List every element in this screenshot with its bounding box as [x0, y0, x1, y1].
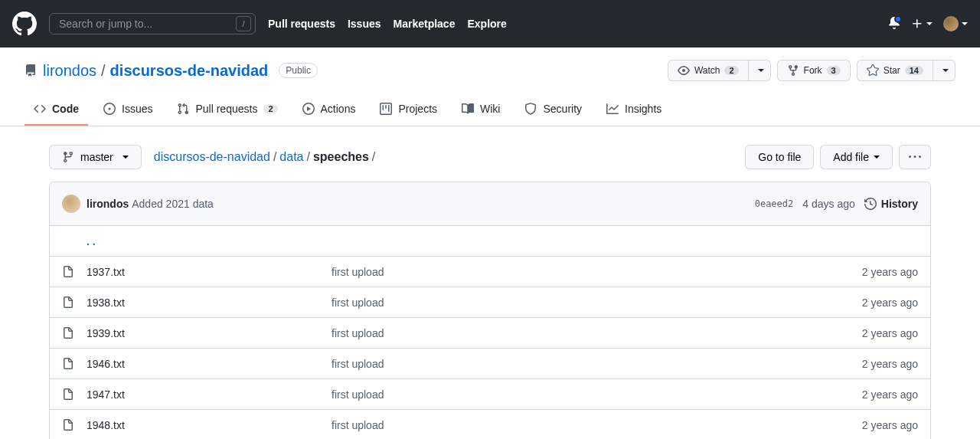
tab-issues[interactable]: Issues [94, 97, 162, 126]
pr-count: 2 [263, 104, 277, 113]
commit-time: 4 days ago [802, 198, 855, 210]
crumb-sep: / [306, 150, 309, 164]
file-name-link[interactable]: 1939.txt [87, 327, 125, 339]
file-commit-msg[interactable]: first upload [332, 296, 384, 309]
file-time: 2 years ago [811, 358, 918, 370]
file-name-link[interactable]: 1938.txt [87, 296, 125, 309]
issue-opened-icon [103, 103, 116, 115]
file-time: 2 years ago [811, 419, 918, 431]
star-icon [867, 64, 879, 77]
file-name-link[interactable]: 1946.txt [87, 358, 125, 370]
top-right [888, 16, 968, 31]
tab-wiki[interactable]: Wiki [452, 97, 509, 126]
repo-tabs: Code Issues Pull requests2 Actions Proje… [0, 97, 980, 126]
caret-down-icon [758, 69, 764, 72]
repo-owner-link[interactable]: lirondos [43, 62, 96, 80]
tab-insights-label: Insights [625, 103, 662, 115]
file-time: 2 years ago [811, 266, 918, 278]
crumb-sep: / [273, 150, 276, 164]
graph-icon [606, 103, 619, 115]
crumb-repo[interactable]: discursos-de-navidad [154, 150, 270, 164]
star-group: Star 14 [857, 60, 956, 81]
commit-author[interactable]: lirondos [87, 198, 129, 210]
nav-explore[interactable]: Explore [467, 18, 506, 30]
file-icon [62, 327, 74, 339]
file-commit-msg[interactable]: first upload [332, 327, 384, 339]
tab-security[interactable]: Security [515, 97, 591, 126]
table-icon [380, 103, 392, 115]
nav-pull-requests[interactable]: Pull requests [268, 18, 335, 30]
repo-actions: Watch 2 Fork 3 Star 14 [668, 60, 956, 81]
file-icon [62, 296, 74, 309]
tab-actions[interactable]: Actions [293, 97, 365, 126]
table-row: 1939.txt first upload 2 years ago [50, 318, 930, 349]
watch-count: 2 [724, 66, 738, 75]
file-nav: master discursos-de-navidad / data / spe… [49, 145, 931, 169]
star-button[interactable]: Star 14 [857, 60, 933, 81]
nav-issues[interactable]: Issues [348, 18, 381, 30]
watch-button[interactable]: Watch 2 [668, 60, 749, 81]
star-caret-button[interactable] [933, 60, 956, 81]
repo-separator: / [101, 62, 106, 80]
file-commit-msg[interactable]: first upload [332, 388, 384, 401]
commit-message[interactable]: Added 2021 data [132, 198, 214, 210]
table-row: 1937.txt first upload 2 years ago [50, 257, 930, 287]
star-count: 14 [905, 66, 923, 75]
notifications-button[interactable] [888, 17, 900, 31]
tab-projects[interactable]: Projects [371, 97, 446, 126]
table-row: 1946.txt first upload 2 years ago [50, 349, 930, 379]
tab-pull-requests[interactable]: Pull requests2 [168, 97, 286, 126]
commit-avatar[interactable] [62, 195, 80, 213]
tab-code[interactable]: Code [24, 97, 88, 126]
tab-pr-label: Pull requests [195, 103, 257, 115]
fork-button[interactable]: Fork 3 [777, 60, 851, 81]
history-link[interactable]: History [864, 198, 918, 210]
fork-label: Fork [804, 65, 822, 76]
file-time: 2 years ago [811, 296, 918, 309]
caret-down-icon [926, 22, 933, 25]
file-commit-msg[interactable]: first upload [332, 358, 384, 370]
more-options-button[interactable] [899, 145, 931, 169]
github-logo-icon[interactable] [12, 11, 37, 36]
crumb-data[interactable]: data [279, 150, 303, 164]
fork-count: 3 [827, 66, 841, 75]
branch-select-button[interactable]: master [49, 145, 142, 169]
parent-dir-link[interactable]: . . [87, 235, 96, 247]
file-commit-msg[interactable]: first upload [332, 266, 384, 278]
file-icon [62, 419, 74, 431]
commit-sha[interactable]: 0eaeed2 [755, 198, 794, 209]
visibility-badge: Public [279, 63, 318, 78]
watch-label: Watch [694, 65, 720, 76]
play-icon [302, 103, 315, 115]
file-name-link[interactable]: 1948.txt [87, 419, 125, 431]
caret-down-icon [874, 156, 880, 159]
crumb-current: speeches [313, 150, 369, 164]
tab-insights[interactable]: Insights [597, 97, 671, 126]
repo-name-link[interactable]: discursos-de-navidad [110, 62, 269, 79]
top-nav: Pull requests Issues Marketplace Explore [268, 18, 507, 30]
user-menu[interactable] [943, 16, 968, 31]
eye-icon [678, 64, 690, 77]
tab-security-label: Security [543, 103, 582, 115]
notification-dot [894, 15, 902, 23]
main: master discursos-de-navidad / data / spe… [24, 126, 956, 439]
file-icon [62, 358, 74, 370]
nav-marketplace[interactable]: Marketplace [394, 18, 456, 30]
table-row: 1947.txt first upload 2 years ago [50, 379, 930, 410]
history-icon [864, 198, 877, 210]
code-icon [34, 103, 46, 115]
file-name-link[interactable]: 1937.txt [87, 266, 125, 278]
file-actions: Go to file Add file [745, 145, 931, 169]
table-row: 1948.txt first upload 2 years ago [50, 410, 930, 439]
create-new-menu[interactable] [911, 18, 933, 30]
search-box: / [49, 13, 256, 34]
repo-head: lirondos / discursos-de-navidad Public W… [0, 48, 980, 81]
file-name-link[interactable]: 1947.txt [87, 388, 125, 401]
watch-caret-button[interactable] [749, 60, 771, 81]
file-commit-msg[interactable]: first upload [332, 419, 384, 431]
search-input[interactable] [49, 13, 256, 34]
go-to-file-button[interactable]: Go to file [745, 145, 814, 169]
add-file-button[interactable]: Add file [820, 145, 893, 169]
parent-dir-row: . . [50, 226, 930, 257]
repo-title: lirondos / discursos-de-navidad Public [43, 62, 318, 80]
